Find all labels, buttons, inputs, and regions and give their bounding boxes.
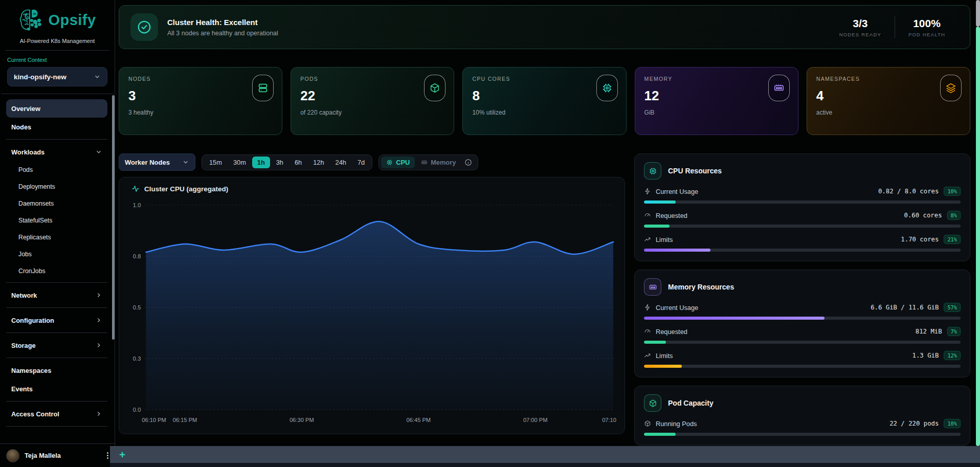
banner-subtitle: All 3 nodes are healthy and operational (167, 30, 826, 37)
sidebar-item-nodes[interactable]: Nodes (6, 118, 107, 136)
progress-fill (644, 341, 666, 344)
sidebar-item-access-control[interactable]: Access Control (6, 405, 107, 423)
sidebar-item-cronjobs[interactable]: CronJobs (6, 262, 107, 279)
resource-value: 0.60 cores (904, 212, 942, 219)
gauge-icon (644, 328, 651, 335)
metric-label: CPU (396, 159, 410, 166)
card-subtext: GiB (644, 109, 789, 116)
percent-badge: 21% (944, 235, 961, 244)
card-subtext: of 220 capacity (300, 109, 444, 116)
sidebar-item-workloads[interactable]: Workloads (6, 143, 107, 161)
time-range-3h[interactable]: 3h (271, 157, 288, 168)
divider (6, 332, 107, 333)
resource-label: Requested (656, 328, 687, 336)
resources-column: CPU Resources Current Usage 0.82 / 8.0 c… (634, 153, 970, 446)
stat-label: NODES READY (839, 32, 881, 37)
svg-text:07:00 PM: 07:00 PM (523, 417, 548, 423)
nav-label: Jobs (18, 251, 32, 258)
time-range-30m[interactable]: 30m (228, 157, 251, 168)
sidebar-item-overview[interactable]: Overview (6, 99, 107, 118)
time-range-6h[interactable]: 6h (289, 157, 307, 168)
metric-toggle-memory[interactable]: Memory (416, 157, 461, 168)
time-range-15m[interactable]: 15m (204, 157, 227, 168)
context-value: kind-opsify-new (14, 73, 66, 81)
info-icon[interactable] (464, 159, 472, 166)
sidebar-item-deployments[interactable]: Deployments (6, 178, 107, 195)
sidebar-item-configuration[interactable]: Configuration (6, 311, 107, 329)
cluster-cpu-chart-card: Cluster CPU (aggregated) 0.00.30.50.81.0… (119, 177, 625, 434)
card-label: CPU CORES (472, 76, 616, 82)
sidebar-item-statefulsets[interactable]: StatefulSets (6, 212, 107, 229)
chart-title: Cluster CPU (aggregated) (144, 185, 228, 193)
resource-label: Requested (656, 212, 687, 219)
chevron-right-icon (95, 317, 102, 324)
cpu-area-chart: 0.00.30.50.81.006:10 PM06:15 PM06:30 PM0… (125, 196, 616, 427)
progress-track (644, 225, 961, 228)
chart-column: Worker Nodes 15m 30m 1h 3h 6h 12h 24h 7d (119, 153, 625, 434)
sidebar-item-events[interactable]: Events (6, 380, 107, 398)
sidebar-item-storage[interactable]: Storage (6, 336, 107, 354)
cpu-resources-panel: CPU Resources Current Usage 0.82 / 8.0 c… (634, 153, 970, 261)
nav-label: Network (11, 292, 37, 299)
sidebar-item-pods[interactable]: Pods (6, 161, 107, 178)
resource-value: 0.82 / 8.0 cores (878, 188, 939, 195)
metric-toggle-cpu[interactable]: CPU (381, 157, 415, 168)
cpu-icon (596, 75, 618, 101)
logo: AI AI Opsify (0, 0, 115, 35)
page-scrollbar[interactable] (976, 0, 980, 446)
svg-text:06:10 PM: 06:10 PM (142, 417, 166, 423)
sidebar-scrollbar[interactable] (112, 95, 115, 340)
progress-fill (644, 365, 682, 368)
sidebar-item-namespaces[interactable]: Namespaces (6, 361, 107, 380)
node-select[interactable]: Worker Nodes (119, 153, 195, 171)
card-subtext: 10% utilized (472, 109, 616, 116)
banner-title: Cluster Health: Excellent (167, 18, 826, 27)
cpu-cores-card: CPU CORES 8 10% utilized (462, 67, 626, 135)
nav-label: CronJobs (18, 268, 46, 275)
sidebar-item-network[interactable]: Network (6, 286, 107, 304)
progress-fill (644, 249, 710, 252)
time-range-12h[interactable]: 12h (308, 157, 329, 168)
panel-title: CPU Resources (668, 167, 722, 175)
progress-track (644, 365, 961, 368)
card-label: NODES (128, 76, 273, 82)
add-button[interactable]: + (119, 449, 125, 460)
percent-badge: 7% (947, 327, 961, 336)
nav-label: Overview (11, 105, 40, 113)
svg-text:07:10: 07:10 (602, 417, 616, 423)
resource-label: Current Usage (656, 188, 698, 195)
pod-capacity-panel: Pod Capacity Running Pods 22 / 220 pods … (634, 386, 970, 446)
scrollbar-thumb[interactable] (976, 0, 980, 27)
panel-title: Pod Capacity (668, 399, 714, 407)
stat-value: 100% (908, 17, 945, 30)
bottom-bar: + (110, 446, 980, 463)
time-range-24h[interactable]: 24h (330, 157, 351, 168)
resource-row: Requested 812 MiB 7% (644, 327, 961, 344)
sidebar-item-jobs[interactable]: Jobs (6, 246, 107, 262)
svg-text:0.3: 0.3 (133, 355, 141, 362)
scrollbar-track[interactable] (976, 27, 980, 446)
resource-value: 812 MiB (916, 328, 942, 335)
card-value: 12 (644, 88, 789, 104)
card-value: 22 (300, 88, 444, 104)
chart-toolbar: Worker Nodes 15m 30m 1h 3h 6h 12h 24h 7d (119, 153, 625, 171)
svg-text:0.8: 0.8 (133, 253, 141, 259)
percent-badge: 8% (947, 211, 961, 220)
nav-label: Storage (11, 342, 36, 349)
percent-badge: 10% (944, 187, 961, 196)
nav-label: Replicasets (18, 234, 51, 241)
time-range-7d[interactable]: 7d (352, 157, 370, 168)
kebab-menu-icon[interactable] (107, 452, 108, 459)
context-select[interactable]: kind-opsify-new (7, 67, 107, 86)
banner-stats: 3/3 NODES READY 100% POD HEALTH (826, 16, 959, 38)
svg-text:0.5: 0.5 (133, 304, 141, 310)
sidebar-item-replicasets[interactable]: Replicasets (6, 229, 107, 246)
divider (6, 282, 107, 283)
resource-row: Requested 0.60 cores 8% (644, 211, 961, 228)
nav-label: StatefulSets (18, 217, 52, 224)
time-range-1h[interactable]: 1h (252, 157, 270, 168)
sidebar-item-daemonsets[interactable]: Daemonsets (6, 195, 107, 212)
progress-track (644, 433, 961, 436)
resource-label: Limits (656, 236, 673, 243)
activity-icon (131, 185, 140, 193)
